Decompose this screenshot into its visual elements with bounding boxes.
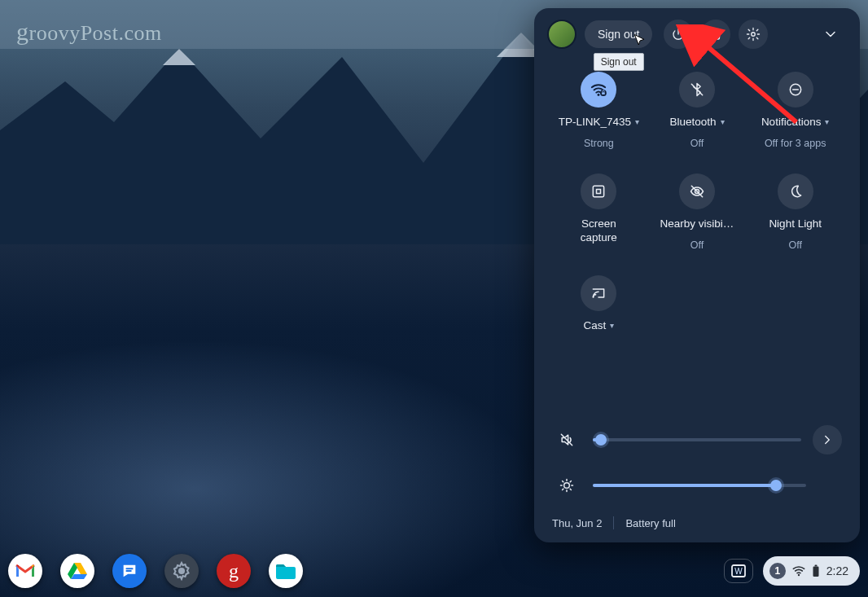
footer-date[interactable]: Thu, Jun 2 bbox=[552, 517, 602, 529]
cast-button[interactable] bbox=[581, 275, 616, 311]
settings-button[interactable] bbox=[739, 20, 768, 49]
chevron-right-icon bbox=[820, 432, 835, 447]
battery-icon bbox=[812, 564, 820, 577]
tile-night-light: Night Light Off bbox=[748, 173, 842, 251]
shelf-status-area: W 1 2:22 bbox=[724, 556, 860, 586]
svg-point-10 bbox=[593, 296, 594, 297]
night-light-icon bbox=[787, 183, 804, 200]
status-time: 2:22 bbox=[826, 564, 848, 577]
screen-capture-icon bbox=[590, 183, 607, 200]
brightness-icon-area bbox=[552, 471, 581, 500]
do-not-disturb-icon bbox=[787, 81, 804, 98]
notifications-label[interactable]: Notifications▾ bbox=[761, 116, 830, 129]
collapse-button[interactable] bbox=[814, 20, 847, 49]
separator bbox=[613, 516, 614, 529]
tile-screen-capture: Screencapture Screen capture bbox=[552, 173, 646, 251]
cast-icon bbox=[590, 285, 607, 301]
panel-footer: Thu, Jun 2 Battery full bbox=[547, 508, 847, 531]
svg-rect-17 bbox=[813, 567, 818, 577]
brightness-slider[interactable] bbox=[593, 484, 806, 487]
app-drive[interactable] bbox=[60, 554, 94, 588]
brightness-row bbox=[547, 463, 847, 508]
cast-label[interactable]: Cast▾ bbox=[583, 319, 614, 333]
folder-icon bbox=[274, 561, 297, 581]
tile-wifi: TP-LINK_7435▾ Strong bbox=[552, 72, 646, 149]
svg-rect-8 bbox=[597, 189, 601, 193]
tile-nearby-visibility: Nearby visibi… Off bbox=[651, 173, 744, 251]
shelf-apps: g bbox=[8, 554, 303, 588]
wifi-sublabel: Strong bbox=[584, 138, 614, 149]
svg-rect-18 bbox=[814, 565, 817, 567]
ime-icon: W bbox=[731, 564, 746, 577]
svg-point-11 bbox=[564, 483, 570, 489]
night-light-label: Night Light bbox=[769, 217, 822, 231]
nearby-visibility-sublabel: Off bbox=[690, 239, 704, 251]
chevron-down-icon: ▾ bbox=[610, 321, 614, 331]
volume-mute-icon bbox=[559, 432, 575, 448]
gear-icon bbox=[172, 561, 191, 581]
bluetooth-sublabel: Off bbox=[690, 138, 704, 149]
avatar[interactable] bbox=[547, 20, 576, 49]
wifi-icon bbox=[590, 81, 607, 99]
wifi-label[interactable]: TP-LINK_7435▾ bbox=[559, 116, 639, 129]
svg-point-2 bbox=[752, 33, 756, 37]
wifi-toggle[interactable] bbox=[581, 72, 616, 108]
svg-rect-5 bbox=[602, 92, 605, 94]
shelf: g W 1 2:22 bbox=[0, 550, 868, 592]
night-light-sublabel: Off bbox=[788, 239, 801, 251]
notification-count-badge: 1 bbox=[769, 563, 786, 579]
volume-mute-button[interactable] bbox=[552, 425, 581, 454]
power-button[interactable] bbox=[664, 20, 693, 49]
nearby-visibility-toggle[interactable] bbox=[679, 173, 715, 209]
panel-header: Sign out Sign out bbox=[547, 20, 847, 49]
letter-g-icon: g bbox=[229, 560, 239, 582]
app-files[interactable] bbox=[269, 554, 303, 588]
svg-rect-1 bbox=[712, 33, 720, 39]
footer-battery[interactable]: Battery full bbox=[625, 517, 675, 529]
chevron-down-icon bbox=[822, 26, 839, 42]
lock-icon bbox=[708, 27, 723, 42]
wifi-icon bbox=[792, 565, 805, 577]
quick-tiles-grid: TP-LINK_7435▾ Strong Bluetooth▾ Off bbox=[547, 57, 847, 341]
audio-settings-button[interactable] bbox=[813, 425, 842, 454]
night-light-toggle[interactable] bbox=[778, 173, 813, 209]
sign-out-button[interactable]: Sign out Sign out bbox=[585, 20, 652, 48]
volume-slider[interactable] bbox=[593, 438, 801, 441]
svg-point-3 bbox=[598, 94, 600, 96]
svg-rect-7 bbox=[594, 186, 604, 196]
nearby-visibility-label: Nearby visibi… bbox=[660, 217, 734, 231]
status-tray[interactable]: 1 2:22 bbox=[763, 556, 860, 586]
chevron-down-icon: ▾ bbox=[721, 117, 725, 128]
tile-notifications: Notifications▾ Off for 3 apps bbox=[748, 72, 842, 149]
svg-text:W: W bbox=[734, 567, 743, 576]
bluetooth-off-icon bbox=[689, 81, 705, 98]
tile-bluetooth: Bluetooth▾ Off bbox=[651, 72, 744, 149]
sign-out-tooltip: Sign out bbox=[594, 53, 644, 71]
notifications-sublabel: Off for 3 apps bbox=[765, 138, 826, 149]
power-icon bbox=[671, 27, 686, 42]
app-groovypost[interactable]: g bbox=[217, 554, 251, 588]
app-messages[interactable] bbox=[112, 554, 147, 588]
lock-button[interactable] bbox=[701, 20, 730, 49]
sign-out-label: Sign out bbox=[598, 28, 639, 41]
screen-capture-button[interactable] bbox=[581, 173, 616, 209]
quick-settings-panel: Sign out Sign out bbox=[534, 8, 860, 542]
bluetooth-label[interactable]: Bluetooth▾ bbox=[669, 116, 724, 129]
svg-point-13 bbox=[178, 568, 185, 574]
svg-point-16 bbox=[798, 574, 800, 576]
app-settings[interactable] bbox=[164, 554, 199, 588]
bluetooth-toggle[interactable] bbox=[679, 72, 715, 108]
ime-button[interactable]: W bbox=[724, 559, 753, 583]
tile-cast: Cast▾ bbox=[552, 275, 646, 333]
volume-row bbox=[547, 417, 847, 463]
drive-icon bbox=[67, 561, 88, 581]
screen-capture-label: Screencapture bbox=[581, 217, 617, 245]
messages-icon bbox=[121, 562, 138, 580]
visibility-off-icon bbox=[689, 183, 705, 200]
chevron-down-icon: ▾ bbox=[825, 117, 829, 128]
notifications-toggle[interactable] bbox=[778, 72, 813, 108]
app-gmail[interactable] bbox=[8, 554, 42, 588]
gear-icon bbox=[746, 27, 761, 42]
chevron-down-icon: ▾ bbox=[635, 117, 639, 128]
gmail-icon bbox=[15, 563, 36, 579]
